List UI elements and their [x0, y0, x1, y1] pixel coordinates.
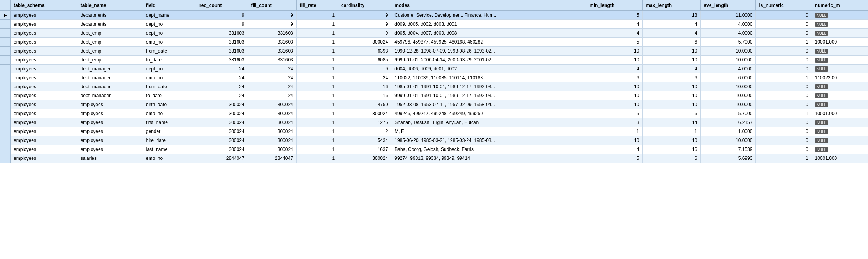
- row-indicator: [0, 154, 11, 163]
- cell-min-length: 6: [586, 74, 643, 82]
- cell-field: from_date: [143, 82, 196, 91]
- data-table-container: table_schema table_name field rec_count …: [0, 0, 868, 163]
- cell-table-schema: employees: [11, 56, 77, 65]
- null-badge: NULL: [815, 102, 828, 107]
- col-max-length[interactable]: max_length: [643, 0, 701, 11]
- cell-table-name: employees: [77, 145, 143, 154]
- null-badge: NULL: [815, 147, 828, 152]
- col-table-name[interactable]: table_name: [77, 0, 143, 11]
- col-is-numeric[interactable]: is_numeric: [756, 0, 812, 11]
- cell-ave-length: 4.0000: [701, 20, 756, 29]
- table-row[interactable]: employeesdepartmentsdept_no9919d009, d00…: [0, 20, 868, 29]
- cell-modes: 9999-01-01, 2000-04-14, 2000-03-29, 2001…: [391, 56, 586, 65]
- col-cardinality[interactable]: cardinality: [338, 0, 391, 11]
- cell-table-name: salaries: [77, 154, 143, 163]
- cell-max-length: 16: [643, 145, 701, 154]
- col-modes[interactable]: modes: [391, 0, 586, 11]
- cell-table-name: dept_manager: [77, 82, 143, 91]
- cell-rec-count: 9: [196, 20, 248, 29]
- cell-fill-count: 300024: [248, 127, 296, 136]
- cell-field: gender: [143, 127, 196, 136]
- table-row[interactable]: employeesemployeesgender30002430002412M,…: [0, 127, 868, 136]
- cell-rec-count: 331603: [196, 56, 248, 65]
- col-ave-length[interactable]: ave_length: [701, 0, 756, 11]
- table-row[interactable]: employeesemployeeslast_name3000243000241…: [0, 145, 868, 154]
- cell-cardinality: 1275: [338, 118, 391, 127]
- row-indicator: [0, 100, 11, 109]
- table-row[interactable]: employeesdept_managerto_date24241169999-…: [0, 91, 868, 100]
- table-row[interactable]: employeesemployeesfirst_name300024300024…: [0, 118, 868, 127]
- table-row[interactable]: employeesdept_managerfrom_date2424116198…: [0, 82, 868, 91]
- table-row[interactable]: ▶employeesdepartmentsdept_name9919Custom…: [0, 11, 868, 20]
- cell-fill-rate: 1: [296, 56, 338, 65]
- table-row[interactable]: employeesdept_empdept_no33160333160319d0…: [0, 29, 868, 38]
- cell-modes: 459796, 459877, 459925, 460168, 460282: [391, 38, 586, 47]
- cell-is-numeric: 0: [756, 11, 812, 20]
- table-row[interactable]: employeesdept_empemp_no33160333160313000…: [0, 38, 868, 47]
- cell-field: emp_no: [143, 154, 196, 163]
- table-row[interactable]: employeesemployeesemp_no3000243000241300…: [0, 109, 868, 118]
- cell-min-length: 10: [586, 47, 643, 56]
- cell-rec-count: 24: [196, 74, 248, 82]
- row-indicator: [0, 127, 11, 136]
- cell-min-length: 4: [586, 145, 643, 154]
- cell-fill-rate: 1: [296, 136, 338, 145]
- cell-cardinality: 9: [338, 11, 391, 20]
- cell-min-length: 10: [586, 91, 643, 100]
- cell-rec-count: 9: [196, 11, 248, 20]
- cell-rec-count: 331603: [196, 47, 248, 56]
- cell-min-length: 4: [586, 20, 643, 29]
- col-table-schema[interactable]: table_schema: [11, 0, 77, 11]
- cell-table-name: dept_manager: [77, 74, 143, 82]
- col-field[interactable]: field: [143, 0, 196, 11]
- cell-max-length: 14: [643, 118, 701, 127]
- cell-numeric-m: NULL: [812, 20, 868, 29]
- table-row[interactable]: employeesemployeesbirth_date300024300024…: [0, 100, 868, 109]
- cell-fill-rate: 1: [296, 127, 338, 136]
- cell-min-length: 4: [586, 29, 643, 38]
- cell-rec-count: 24: [196, 91, 248, 100]
- cell-cardinality: 6393: [338, 47, 391, 56]
- cell-fill-rate: 1: [296, 109, 338, 118]
- cell-fill-rate: 1: [296, 118, 338, 127]
- cell-fill-rate: 1: [296, 29, 338, 38]
- cell-ave-length: 5.6993: [701, 154, 756, 163]
- null-badge: NULL: [815, 93, 828, 98]
- cell-table-schema: employees: [11, 82, 77, 91]
- cell-table-schema: employees: [11, 100, 77, 109]
- table-row[interactable]: employeesemployeeshire_date3000243000241…: [0, 136, 868, 145]
- cell-ave-length: 6.2157: [701, 118, 756, 127]
- col-rec-count[interactable]: rec_count: [196, 0, 248, 11]
- cell-numeric-m: 10001.000: [812, 154, 868, 163]
- table-row[interactable]: employeesdept_empfrom_date33160333160316…: [0, 47, 868, 56]
- table-row[interactable]: employeesdept_manageremp_no2424124110022…: [0, 74, 868, 82]
- cell-table-name: employees: [77, 100, 143, 109]
- cell-numeric-m: NULL: [812, 136, 868, 145]
- cell-fill-count: 331603: [248, 56, 296, 65]
- cell-rec-count: 24: [196, 65, 248, 74]
- table-row[interactable]: employeessalariesemp_no28440472844047130…: [0, 154, 868, 163]
- cell-ave-length: 5.7000: [701, 38, 756, 47]
- cell-ave-length: 5.7000: [701, 109, 756, 118]
- cell-is-numeric: 0: [756, 100, 812, 109]
- cell-field: to_date: [143, 56, 196, 65]
- cell-cardinality: 300024: [338, 154, 391, 163]
- row-indicator: [0, 56, 11, 65]
- cell-is-numeric: 0: [756, 29, 812, 38]
- col-fill-rate[interactable]: fill_rate: [296, 0, 338, 11]
- cell-modes: d005, d004, d007, d009, d008: [391, 29, 586, 38]
- col-min-length[interactable]: min_length: [586, 0, 643, 11]
- cell-ave-length: 1.0000: [701, 127, 756, 136]
- cell-cardinality: 16: [338, 91, 391, 100]
- table-row[interactable]: employeesdept_managerdept_no242419d004, …: [0, 65, 868, 74]
- cell-table-schema: employees: [11, 74, 77, 82]
- cell-table-schema: employees: [11, 38, 77, 47]
- cell-is-numeric: 1: [756, 74, 812, 82]
- cell-numeric-m: NULL: [812, 82, 868, 91]
- cell-field: first_name: [143, 118, 196, 127]
- cell-numeric-m: 110022.00: [812, 74, 868, 82]
- table-row[interactable]: employeesdept_empto_date3316033316031608…: [0, 56, 868, 65]
- cell-modes: Shahab, Tetsushi, Elgin, Anyuan, Huican: [391, 118, 586, 127]
- col-numeric-m[interactable]: numeric_m: [812, 0, 868, 11]
- col-fill-count[interactable]: fill_count: [248, 0, 296, 11]
